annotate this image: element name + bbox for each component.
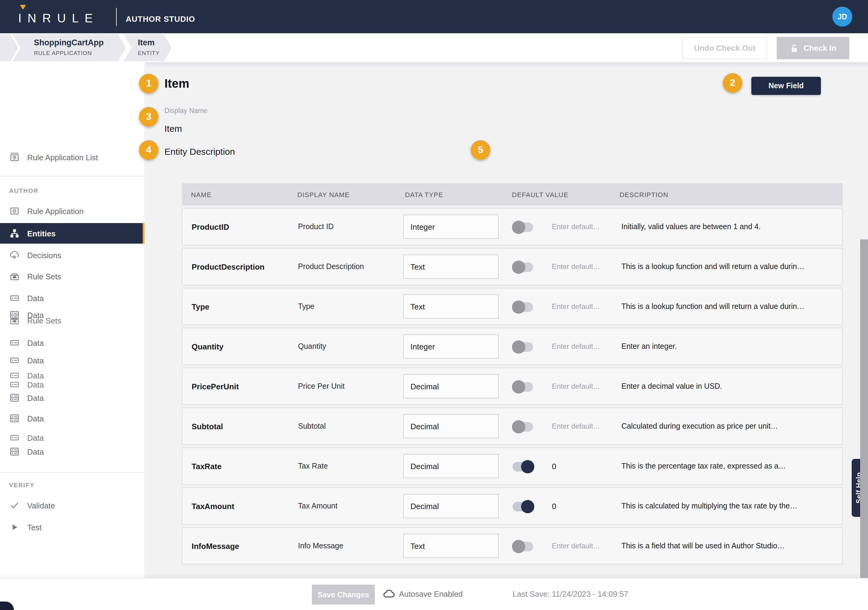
user-avatar[interactable]: JD (832, 7, 852, 26)
field-description[interactable]: Enter an integer. (622, 328, 677, 365)
sidebar-item-data[interactable]: Data (0, 411, 145, 425)
sidebar-item-data[interactable]: Data (0, 372, 145, 379)
display-name-value[interactable]: Item (164, 123, 182, 133)
sidebar-item-label: Data (27, 372, 44, 379)
sidebar-item-label: Rule Application List (27, 153, 98, 162)
data-type-select[interactable]: Decimal (403, 414, 499, 438)
data-icon (9, 372, 20, 379)
default-value-field[interactable]: Enter default… (552, 408, 600, 444)
toggle-knob (512, 380, 525, 394)
sidebar-item-decisions[interactable]: Decisions (0, 248, 145, 262)
data-type-value: Decimal (411, 422, 439, 431)
sidebar-item-label: Data (27, 338, 44, 347)
page-title: Item (164, 77, 189, 91)
default-value-field[interactable]: Enter default… (552, 368, 600, 404)
sidebar-item-rule-application[interactable]: Rule Application (0, 204, 145, 218)
annotation-badge-5: 5 (471, 140, 490, 160)
default-value-toggle[interactable] (513, 302, 533, 312)
data-type-select[interactable]: Text (403, 534, 499, 558)
sidebar-item-label: Data (27, 382, 44, 388)
sidebar-item-data[interactable]: Data (0, 444, 145, 459)
data-type-select[interactable]: Integer (403, 215, 499, 239)
data-icon (9, 355, 20, 366)
default-value-field[interactable]: 0 (552, 448, 556, 484)
last-save-timestamp: Last Save: 11/24/2023 - 14:09:57 (513, 590, 628, 599)
column-header-data-type: DATA TYPE (405, 183, 443, 206)
save-changes-button[interactable]: Save Changes (312, 585, 375, 605)
undo-check-out-button[interactable]: Undo Check Out (682, 37, 767, 59)
default-value-toggle[interactable] (513, 262, 533, 272)
default-value-field[interactable]: Enter default… (552, 209, 600, 245)
sidebar-item-data[interactable]: Data (0, 335, 145, 350)
sidebar-item-label: Decisions (27, 251, 61, 260)
field-name: Type (192, 289, 209, 324)
field-description[interactable]: This is a lookup function and will retur… (622, 289, 804, 324)
data-type-select[interactable]: Decimal (403, 494, 499, 518)
field-description[interactable]: Initially, valid values are between 1 an… (622, 209, 761, 245)
field-display-name: Tax Rate (298, 448, 328, 484)
data-type-select[interactable]: Integer (403, 334, 499, 359)
data-type-select[interactable]: Decimal (403, 374, 499, 398)
rule-sets-icon (9, 271, 20, 282)
toggle-knob (512, 301, 525, 314)
default-value-field[interactable]: Enter default… (552, 248, 600, 285)
field-name: Subtotal (192, 408, 223, 444)
default-value-field[interactable]: Enter default… (552, 528, 600, 564)
default-value-field[interactable]: Enter default… (552, 289, 600, 324)
sidebar-item-rule-sets[interactable]: Rule Sets (0, 269, 145, 284)
field-description[interactable]: This is a lookup function and will retur… (622, 248, 804, 285)
field-description[interactable]: Enter a decimal value in USD. (622, 368, 722, 404)
check-in-button[interactable]: Check In (777, 37, 849, 59)
default-value-field[interactable]: Enter default… (552, 328, 600, 365)
decisions-icon (9, 250, 20, 261)
sidebar-item-rule-application-list[interactable]: Rule Application List (0, 150, 145, 165)
sidebar-item-data[interactable]: Data (0, 353, 145, 368)
field-description[interactable]: This is calculated by multiplying the ta… (622, 488, 797, 524)
data-stack-icon (9, 392, 20, 403)
data-type-select[interactable]: Text (403, 255, 499, 279)
sidebar-section-header: VERIFY (9, 482, 34, 489)
default-value-field[interactable]: 0 (552, 488, 556, 524)
sidebar-item-entities[interactable]: Entities (0, 223, 145, 244)
default-value-toggle[interactable] (513, 382, 533, 392)
breadcrumb: ShoppingCartApp RULE APPLICATION Item EN… (0, 33, 868, 62)
default-value-toggle[interactable] (513, 542, 533, 551)
sidebar-item-test[interactable]: Test (0, 520, 145, 534)
sidebar-item-data[interactable]: Data (0, 434, 145, 441)
table-row: TypeTypeTextEnter default…This is a look… (182, 288, 843, 325)
data-icon (9, 434, 20, 441)
breadcrumb-subtitle: RULE APPLICATION (34, 50, 92, 56)
sidebar-item-data[interactable]: Data (0, 291, 145, 305)
default-value-toggle[interactable] (513, 222, 533, 232)
data-type-value: Integer (411, 222, 435, 231)
data-type-select[interactable]: Text (403, 295, 499, 318)
brand-name: INRULE (18, 11, 99, 25)
main-content: Item New Field Display Name Item Entity … (146, 62, 868, 578)
data-type-value: Decimal (411, 501, 439, 511)
data-type-select[interactable]: Decimal (403, 454, 499, 478)
default-value-toggle[interactable] (513, 342, 533, 352)
scrollbar-thumb[interactable] (860, 239, 868, 578)
default-value-toggle[interactable] (513, 462, 533, 472)
field-description[interactable]: This is a field that will be used in Aut… (622, 528, 785, 564)
sidebar-item-label: Rule Sets (27, 272, 61, 281)
column-header-description: DESCRIPTION (620, 183, 668, 206)
sidebar-item-validate[interactable]: Validate (0, 498, 145, 513)
field-description[interactable]: This is the percentage tax rate, express… (622, 448, 786, 484)
sidebar-item-label: Data (27, 414, 44, 423)
table-row: ProductIDProduct IDIntegerEnter default…… (182, 208, 843, 245)
new-field-button[interactable]: New Field (751, 77, 821, 95)
sidebar-item-data[interactable]: Data (0, 382, 145, 388)
entity-description-label: Entity Description (164, 146, 235, 157)
annotation-badge-4: 4 (139, 140, 158, 160)
sidebar-nav: Rule Application ListAUTHORRule Applicat… (0, 62, 145, 578)
data-stack-icon (9, 413, 20, 424)
sidebar-item-rule-sets[interactable]: Rule Sets (0, 316, 145, 324)
sidebar-item-data[interactable]: Data (0, 391, 145, 405)
default-value-toggle[interactable] (513, 502, 533, 511)
product-name: AUTHOR STUDIO (126, 14, 195, 23)
field-display-name: Product ID (298, 209, 334, 245)
table-row: PricePerUnitPrice Per UnitDecimalEnter d… (182, 368, 843, 405)
field-description[interactable]: Calculated during execution as price per… (622, 408, 778, 444)
default-value-toggle[interactable] (513, 422, 533, 432)
